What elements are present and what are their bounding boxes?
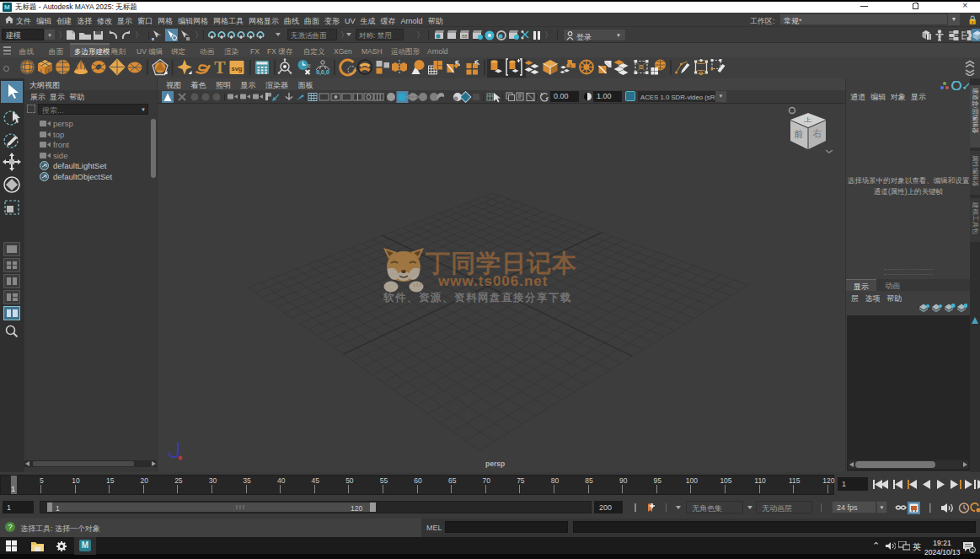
svg-text:88: 88 xyxy=(462,34,468,39)
svg-text:0,0,0: 0,0,0 xyxy=(316,69,329,76)
svg-text:svg: svg xyxy=(232,65,243,73)
svg-text:前: 前 xyxy=(794,129,804,139)
svg-text:T: T xyxy=(214,58,226,77)
svg-text:右: 右 xyxy=(813,128,822,138)
svg-text:上: 上 xyxy=(804,117,813,123)
